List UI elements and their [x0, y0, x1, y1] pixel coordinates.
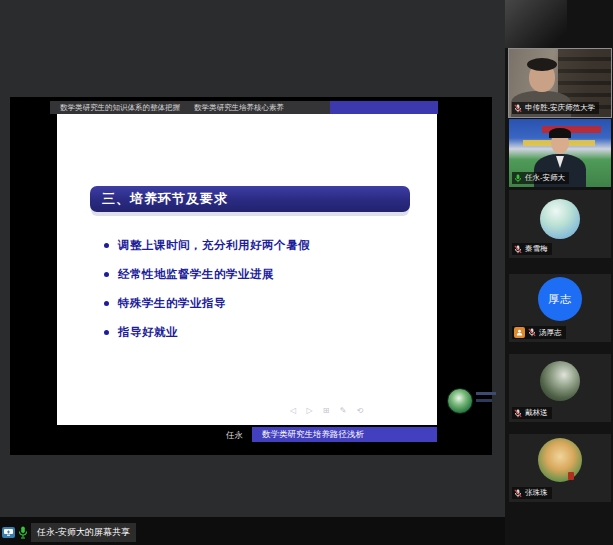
participant-video-shenchuansheng[interactable]: 申传胜-安庆师范大学: [509, 49, 611, 117]
screen-share-icon: [2, 527, 15, 538]
slideshow-nav-controls: ◁ ▷ ⊞ ✎ ⟲: [290, 406, 367, 415]
mic-muted-icon: [514, 104, 522, 113]
slide-bullet: 调整上课时间，充分利用好两个暑假: [104, 236, 310, 255]
participant-video-zhangzhuzhu[interactable]: 张珠珠: [509, 434, 611, 502]
mic-muted-icon: [528, 328, 536, 337]
participant-name: 戴林送: [525, 408, 548, 418]
shared-screen: 数学类研究生的知识体系的整体把握 数学类研究生培养核心素养 三、培养环节及要求 …: [10, 97, 492, 455]
mic-on-icon: [18, 526, 28, 539]
participant-video-renyong[interactable]: 任永-安师大: [509, 119, 611, 187]
participant-nametag: 张珠珠: [512, 487, 552, 499]
participant-name: 张珠珠: [525, 488, 548, 498]
bullet-text: 指导好就业: [118, 325, 178, 340]
bullet-text: 调整上课时间，充分利用好两个暑假: [118, 238, 310, 253]
participant-avatar: [540, 361, 580, 401]
participant-video-dailinsong[interactable]: 戴林送: [509, 354, 611, 422]
screen-share-banner[interactable]: 任永-安师大的屏幕共享: [2, 523, 136, 542]
slide-bullet: 特殊学生的学业指导: [104, 294, 310, 313]
participant-name: 汤厚志: [539, 328, 562, 338]
participant-avatar: 厚志: [538, 277, 582, 321]
mobile-user-badge-icon: [514, 327, 525, 338]
presentation-titlebar-strip: [330, 101, 438, 114]
bullet-dot-icon: [104, 243, 109, 248]
avatar-seal-mark: [568, 472, 574, 480]
logo-caption-line: [476, 399, 492, 402]
bullet-text: 经常性地监督学生的学业进展: [118, 267, 274, 282]
person-hair: [527, 58, 557, 71]
participant-avatar: [538, 438, 582, 482]
bullet-text: 特殊学生的学业指导: [118, 296, 226, 311]
mic-on-icon: [514, 174, 522, 183]
bottom-bar: 任永-安师大的屏幕共享: [0, 517, 505, 545]
participant-nametag: 戴林送: [512, 407, 552, 419]
avatar-initials: 厚志: [548, 292, 572, 307]
person-hair: [549, 128, 571, 138]
slide-bullet-list: 调整上课时间，充分利用好两个暑假 经常性地监督学生的学业进展 特殊学生的学业指导…: [104, 236, 310, 352]
mic-muted-icon: [514, 409, 522, 418]
slide-bullet: 指导好就业: [104, 323, 310, 342]
bullet-dot-icon: [104, 330, 109, 335]
presentation-tab-2: 数学类研究生培养核心素养: [194, 103, 284, 113]
bullet-dot-icon: [104, 272, 109, 277]
participant-name: 申传胜-安庆师范大学: [525, 103, 595, 113]
slide: 三、培养环节及要求 调整上课时间，充分利用好两个暑假 经常性地监督学生的学业进展…: [57, 114, 437, 425]
university-logo: [447, 388, 473, 414]
taskbar-window-button: 数学类研究生培养路径浅析: [252, 427, 437, 442]
participant-name: 秦雪梅: [525, 244, 548, 254]
mic-muted-icon: [514, 489, 522, 498]
taskbar-presenter-name: 任永: [226, 430, 243, 442]
logo-caption-line: [476, 392, 496, 395]
participant-nametag: 申传胜-安庆师范大学: [512, 102, 599, 114]
bullet-dot-icon: [104, 301, 109, 306]
sidebar-glow: [505, 0, 567, 48]
participant-name: 任永-安师大: [525, 173, 565, 183]
slide-title-banner: 三、培养环节及要求: [90, 186, 410, 212]
participant-nametag: 任永-安师大: [512, 172, 569, 184]
presentation-tab-1: 数学类研究生的知识体系的整体把握: [60, 103, 180, 113]
taskbar-window-title: 数学类研究生培养路径浅析: [252, 429, 364, 441]
presentation-tab-bar: 数学类研究生的知识体系的整体把握 数学类研究生培养核心素养: [50, 101, 370, 114]
participant-video-tanghouzhi[interactable]: 厚志 汤厚志: [509, 274, 611, 342]
participant-avatar: [540, 199, 580, 239]
participant-video-qinxuemei[interactable]: 秦雪梅: [509, 190, 611, 258]
participants-sidebar: 申传胜-安庆师范大学 任永-安师大 秦雪梅: [505, 0, 613, 545]
participant-nametag: 汤厚志: [512, 326, 566, 339]
mic-muted-icon: [514, 245, 522, 254]
main-stage: 数学类研究生的知识体系的整体把握 数学类研究生培养核心素养 三、培养环节及要求 …: [0, 0, 505, 517]
slide-bullet: 经常性地监督学生的学业进展: [104, 265, 310, 284]
slide-title: 三、培养环节及要求: [90, 190, 228, 208]
participant-nametag: 秦雪梅: [512, 243, 552, 255]
screen-share-label: 任永-安师大的屏幕共享: [31, 523, 136, 542]
